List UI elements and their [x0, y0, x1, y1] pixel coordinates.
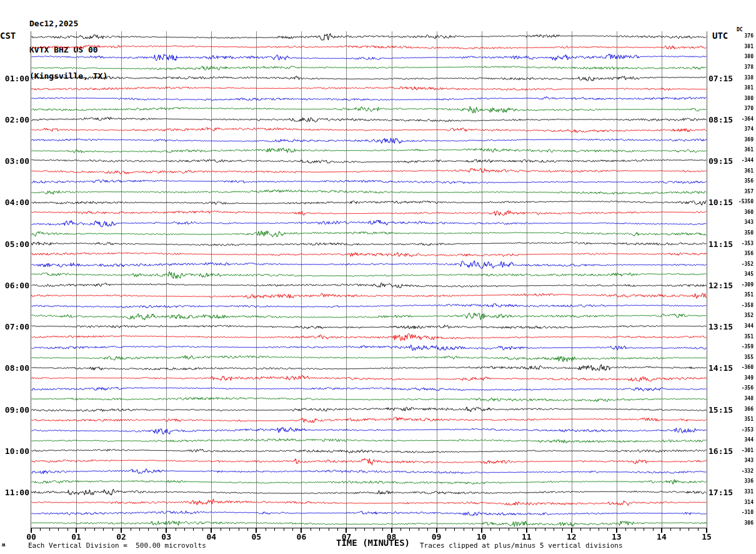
minute-tick-minor	[148, 528, 149, 531]
dc-value: -360	[724, 365, 754, 370]
dc-value: 355	[724, 355, 754, 360]
dc-value: 306	[724, 520, 754, 526]
dc-value: 374	[724, 126, 754, 132]
hour-label-cst: 07:00	[0, 322, 29, 331]
hour-label-cst: 10:00	[0, 446, 29, 455]
dc-value: 357	[724, 189, 754, 194]
plot-date: Dec12,2025	[29, 19, 107, 28]
hour-label-utc: 14:15	[709, 363, 733, 373]
minute-tick-minor	[445, 528, 446, 531]
time-axis-title: TIME (MINUTES)	[336, 538, 410, 548]
minute-tick-minor	[409, 528, 410, 531]
dc-value: -353	[724, 427, 754, 433]
minute-tick-minor	[607, 528, 608, 531]
dc-value: 350	[724, 230, 754, 236]
dc-value: -310	[724, 510, 754, 515]
dc-value: 378	[724, 64, 754, 70]
minute-tick-minor	[427, 528, 428, 531]
dc-value: 361	[724, 148, 754, 153]
minute-tick-label: 10	[477, 532, 487, 541]
dc-value: -356	[724, 385, 754, 391]
dc-value: 380	[724, 54, 754, 59]
right-axis-title: UTC	[712, 31, 728, 41]
dc-value: 345	[724, 271, 754, 277]
minute-tick-minor	[337, 528, 338, 531]
minute-tick-minor	[112, 528, 113, 531]
minute-tick-minor	[193, 528, 194, 531]
minute-tick-label: 05	[252, 532, 262, 541]
hour-label-utc: 15:15	[709, 405, 733, 414]
hour-label-utc: 10:15	[709, 198, 733, 207]
minute-tick-minor	[689, 528, 689, 531]
minute-tick-minor	[329, 528, 329, 531]
minute-tick-label: 01	[71, 532, 81, 541]
minute-tick-minor	[653, 528, 654, 531]
dc-value: 356	[724, 251, 754, 256]
dc-value: 348	[724, 396, 754, 401]
minute-tick-minor	[509, 528, 509, 531]
minute-tick-label: 11	[522, 532, 532, 541]
minute-tick-minor	[419, 528, 419, 531]
hour-label-utc: 11:15	[709, 239, 733, 248]
minute-tick-minor	[103, 528, 104, 531]
plot-left-border	[31, 31, 31, 528]
hour-label-utc: 17:15	[709, 488, 733, 497]
hour-label-cst: 04:00	[0, 198, 29, 207]
minute-tick-minor	[292, 528, 293, 531]
dc-value: 369	[724, 137, 754, 143]
minute-tick-minor	[311, 528, 311, 531]
minute-tick-minor	[698, 528, 699, 531]
minute-tick-label: 04	[206, 532, 216, 541]
dc-value: -352	[724, 261, 754, 267]
dc-value: 370	[724, 106, 754, 111]
minute-tick-minor	[635, 528, 635, 531]
plot-area	[31, 31, 707, 528]
minute-tick-minor	[221, 528, 221, 531]
hour-label-utc: 08:15	[709, 114, 733, 124]
minute-tick-label: 00	[26, 532, 36, 541]
plot-right-border	[707, 31, 707, 528]
dc-value: -364	[724, 116, 754, 122]
minute-tick-minor	[644, 528, 644, 531]
dc-value: 351	[724, 292, 754, 298]
minute-tick-minor	[580, 528, 581, 531]
dc-value: 361	[724, 168, 754, 174]
dc-value: 343	[724, 458, 754, 463]
dc-value: 356	[724, 178, 754, 184]
division-note: Each Vertical Division = 500.00 microvol…	[28, 541, 206, 550]
dc-value: 380	[724, 96, 754, 101]
minute-tick-minor	[239, 528, 239, 531]
minute-tick-minor	[229, 528, 230, 531]
dc-value: -358	[724, 303, 754, 308]
dc-value: 381	[724, 44, 754, 49]
dc-value: -5350	[724, 199, 754, 204]
clip-note: Traces clipped at plus/minus 5 vertical …	[420, 541, 623, 550]
minute-tick-minor	[680, 528, 680, 531]
hour-label-cst: 02:00	[0, 114, 29, 124]
hour-label-cst: 09:00	[0, 405, 29, 414]
dc-value: 376	[724, 33, 754, 39]
minute-tick-minor	[157, 528, 158, 531]
dc-value: -353	[724, 241, 754, 246]
minute-tick-minor	[554, 528, 554, 531]
minute-tick-minor	[590, 528, 590, 531]
hour-label-utc: 09:15	[709, 156, 733, 166]
helicorder-page: Dec12,2025 KVTX BHZ US 00 (Kingsville, T…	[0, 0, 756, 554]
minute-tick-minor	[517, 528, 518, 531]
minute-tick-minor	[472, 528, 473, 531]
dc-value: -359	[724, 344, 754, 350]
minute-tick-minor	[625, 528, 626, 531]
seismogram-traces	[31, 31, 707, 528]
minute-tick-minor	[85, 528, 86, 531]
dc-value: -332	[724, 468, 754, 474]
minute-tick-minor	[266, 528, 266, 531]
dc-value: 343	[724, 219, 754, 225]
minute-tick-label: 12	[567, 532, 577, 541]
minute-tick-minor	[202, 528, 203, 531]
dc-value: 336	[724, 479, 754, 485]
minute-tick-minor	[599, 528, 599, 531]
minute-tick-label: 03	[161, 532, 171, 541]
minute-tick-minor	[382, 528, 383, 531]
hour-label-cst: 01:00	[0, 73, 29, 83]
dc-value: 366	[724, 406, 754, 412]
